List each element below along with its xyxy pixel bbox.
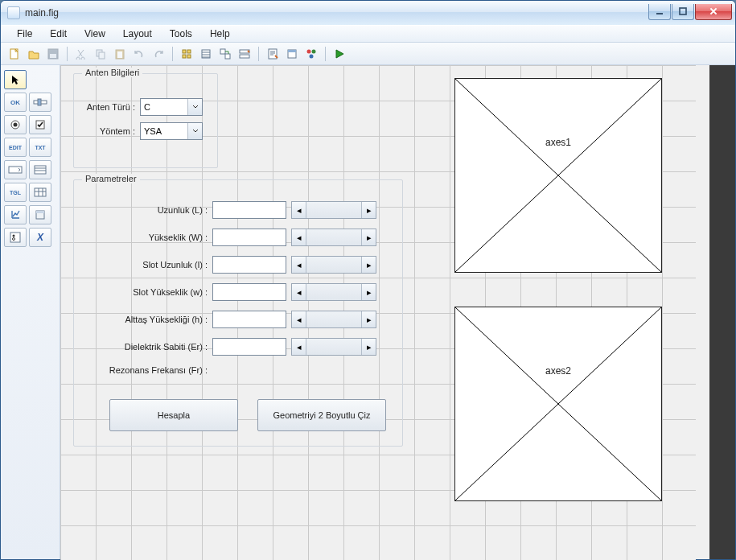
property-inspector-icon[interactable] (283, 45, 301, 63)
slider-slot-uzunluk[interactable]: ◂▸ (291, 256, 376, 274)
label-uzunluk: Uzunluk (L) : (74, 205, 212, 215)
minimize-button[interactable] (648, 4, 671, 20)
input-slot-uzunluk[interactable] (212, 256, 286, 274)
svg-rect-9 (183, 50, 186, 53)
svg-rect-25 (38, 99, 41, 105)
toolbar-separator (67, 47, 68, 61)
buttongroup-tool-icon[interactable] (4, 228, 27, 247)
axes2[interactable]: axes2 (454, 307, 662, 501)
menu-edit[interactable]: Edit (42, 27, 75, 41)
panel-tool-icon[interactable] (29, 205, 51, 224)
arrow-right-icon[interactable]: ▸ (361, 284, 376, 300)
svg-rect-10 (187, 50, 191, 53)
menu-help[interactable]: Help (202, 27, 238, 41)
svg-rect-33 (36, 211, 44, 213)
arrow-left-icon[interactable]: ◂ (292, 229, 306, 245)
client-area: OK EDIT TXT TGL (1, 65, 735, 559)
svg-point-21 (307, 49, 311, 53)
tab-order-icon[interactable] (216, 45, 234, 63)
arrow-left-icon[interactable]: ◂ (292, 202, 306, 218)
arrow-left-icon[interactable]: ◂ (292, 311, 306, 327)
input-slot-yukseklik[interactable] (212, 283, 286, 301)
edit-tool-icon[interactable]: EDIT (4, 138, 27, 157)
axes-tool-icon[interactable] (4, 205, 27, 224)
label-yontem: Yöntem : (74, 126, 140, 136)
svg-rect-20 (288, 50, 296, 52)
run-icon[interactable] (331, 45, 348, 63)
open-file-icon[interactable] (25, 45, 43, 63)
titlebar: main.fig (1, 1, 735, 25)
save-icon[interactable] (44, 45, 62, 63)
menu-view[interactable]: View (76, 27, 113, 41)
arrow-right-icon[interactable]: ▸ (361, 202, 376, 218)
svg-rect-31 (35, 188, 46, 196)
text-tool-icon[interactable]: TXT (29, 138, 51, 157)
svg-rect-0 (656, 13, 663, 14)
radio-tool-icon[interactable] (4, 115, 27, 134)
arrow-left-icon[interactable]: ◂ (292, 257, 306, 273)
new-file-icon[interactable] (6, 45, 23, 63)
input-alttas[interactable] (212, 311, 286, 328)
slider-slot-yukseklik[interactable]: ◂▸ (291, 283, 376, 301)
svg-rect-30 (35, 166, 46, 174)
hesapla-button[interactable]: Hesapla (109, 399, 238, 431)
object-browser-icon[interactable] (302, 45, 320, 63)
slider-dielektrik[interactable]: ◂▸ (291, 338, 376, 356)
svg-point-35 (13, 235, 15, 237)
undo-icon[interactable] (130, 45, 148, 63)
svg-rect-12 (187, 55, 191, 58)
svg-point-23 (310, 54, 314, 58)
cut-icon[interactable] (72, 45, 90, 63)
popup-tool-icon[interactable] (4, 160, 27, 179)
app-window: main.fig File Edit View Layout Tools Hel… (0, 0, 736, 560)
dropdown-yontem[interactable]: YSA (140, 122, 203, 140)
toolbar-editor-icon[interactable] (236, 45, 253, 63)
editor-icon[interactable] (264, 45, 282, 63)
input-uzunluk[interactable] (212, 201, 286, 219)
paste-icon[interactable] (111, 45, 129, 63)
arrow-left-icon[interactable]: ◂ (292, 284, 306, 300)
maximize-button[interactable] (672, 4, 694, 20)
axes1[interactable]: axes1 (454, 78, 662, 273)
input-dielektrik[interactable] (212, 338, 286, 356)
dropdown-anten-turu[interactable]: C (140, 98, 203, 116)
svg-rect-11 (183, 55, 186, 58)
svg-point-27 (14, 123, 18, 127)
menu-tools[interactable]: Tools (162, 27, 200, 41)
arrow-right-icon[interactable]: ▸ (361, 339, 376, 355)
align-icon[interactable] (178, 45, 195, 63)
chevron-down-icon (187, 99, 202, 115)
label-dielektrik: Dielektrik Sabiti (Er) : (74, 342, 212, 352)
listbox-tool-icon[interactable] (29, 160, 51, 179)
window-buttons (648, 4, 732, 20)
pushbutton-tool-icon[interactable]: OK (4, 93, 27, 112)
checkbox-tool-icon[interactable] (29, 115, 51, 134)
toggle-tool-icon[interactable]: TGL (4, 183, 27, 202)
activex-tool-icon[interactable]: X (29, 228, 51, 247)
slider-uzunluk[interactable]: ◂▸ (291, 201, 376, 219)
arrow-right-icon[interactable]: ▸ (361, 257, 376, 273)
toolbar (1, 43, 735, 65)
select-tool-icon[interactable] (4, 70, 27, 89)
input-yukseklik[interactable] (212, 229, 286, 246)
close-button[interactable] (695, 4, 732, 20)
geometri-ciz-button[interactable]: Geometriyi 2 Boyutlu Çiz (257, 399, 386, 431)
group-parametreler: Parametreler Uzunluk (L) : ◂▸ Yükseklik … (73, 179, 403, 447)
chevron-down-icon (187, 123, 202, 139)
redo-icon[interactable] (150, 45, 167, 63)
slider-tool-icon[interactable] (29, 93, 51, 112)
canvas-area: Anten Bilgileri Anten Türü : C Yöntem : … (60, 65, 735, 559)
arrow-right-icon[interactable]: ▸ (361, 229, 376, 245)
svg-point-22 (312, 49, 316, 53)
table-tool-icon[interactable] (29, 183, 51, 202)
copy-icon[interactable] (92, 45, 109, 63)
arrow-right-icon[interactable]: ▸ (361, 311, 376, 327)
toolbar-separator (258, 47, 259, 61)
label-slot-uzunluk: Slot Uzunluk (l) : (74, 260, 212, 270)
menu-layout[interactable]: Layout (115, 27, 160, 41)
slider-alttas[interactable]: ◂▸ (291, 311, 376, 328)
menu-editor-icon[interactable] (197, 45, 215, 63)
slider-yukseklik[interactable]: ◂▸ (291, 229, 376, 246)
menu-file[interactable]: File (9, 27, 40, 41)
arrow-left-icon[interactable]: ◂ (292, 339, 306, 355)
